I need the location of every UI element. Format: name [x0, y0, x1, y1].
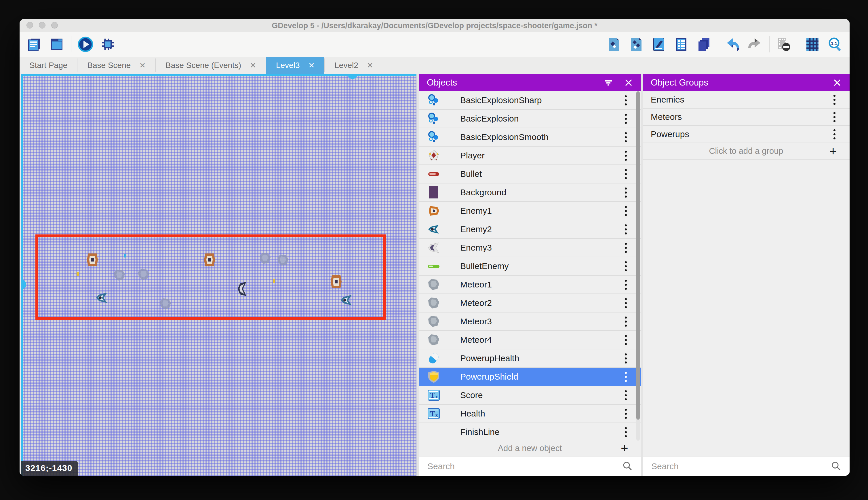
object-groups-button[interactable]: [628, 36, 645, 53]
object-row-poweruphealth[interactable]: PowerupHealth: [419, 349, 641, 368]
object-row-meteor1[interactable]: Meteor1: [419, 276, 641, 294]
enemy2-icon: [427, 222, 441, 236]
kebab-menu-icon[interactable]: [619, 149, 632, 162]
bullet-green-icon: [427, 259, 441, 273]
enemy1-icon: [427, 204, 441, 218]
kebab-menu-icon[interactable]: [619, 94, 632, 107]
kebab-menu-icon[interactable]: [619, 186, 632, 199]
object-row-basicexplosion[interactable]: BasicExplosion: [419, 110, 641, 128]
redo-icon: [747, 36, 763, 53]
start-page-button[interactable]: [48, 36, 65, 53]
tab-label: Level2: [335, 61, 358, 70]
kebab-menu-icon[interactable]: [619, 388, 632, 402]
project-manager-icon: [26, 36, 42, 53]
add-object-row[interactable]: Add a new object +: [419, 441, 641, 456]
object-row-powerupshield[interactable]: PowerupShield: [419, 368, 641, 386]
kebab-menu-icon[interactable]: [828, 128, 841, 141]
object-row-player[interactable]: Player: [419, 147, 641, 165]
kebab-menu-icon[interactable]: [619, 204, 632, 217]
object-row-meteor3[interactable]: Meteor3: [419, 312, 641, 331]
project-manager-button[interactable]: [26, 36, 43, 53]
objects-list-scrollbar-thumb[interactable]: [636, 91, 640, 420]
kebab-menu-icon[interactable]: [828, 110, 841, 124]
toggle-grid-button[interactable]: [804, 36, 821, 53]
kebab-menu-icon[interactable]: [619, 425, 632, 439]
object-name: Meteor1: [460, 280, 619, 289]
object-row-enemy1[interactable]: Enemy1: [419, 202, 641, 220]
object-groups-icon: [628, 36, 644, 53]
tab-close-icon[interactable]: ✕: [367, 61, 373, 70]
object-row-bullet[interactable]: Bullet: [419, 165, 641, 183]
properties-button[interactable]: [650, 36, 667, 53]
object-row-finishline[interactable]: FinishLine: [419, 423, 641, 441]
tab-base-scene[interactable]: Base Scene✕: [78, 57, 155, 74]
tab-close-icon[interactable]: ✕: [139, 61, 145, 70]
kebab-menu-icon[interactable]: [619, 130, 632, 144]
toolbar-separator: [71, 36, 71, 53]
close-icon[interactable]: [624, 78, 633, 87]
group-row-powerups[interactable]: Powerups: [643, 126, 849, 143]
tab-close-icon[interactable]: ✕: [308, 61, 315, 70]
layers-button[interactable]: [695, 36, 712, 53]
kebab-menu-icon[interactable]: [619, 260, 632, 273]
object-row-bulletenemy[interactable]: BulletEnemy: [419, 257, 641, 276]
object-name: FinishLine: [460, 427, 619, 437]
group-name: Powerups: [651, 129, 828, 139]
object-row-enemy3[interactable]: Enemy3: [419, 239, 641, 257]
tab-base-scene-events-[interactable]: Base Scene (Events)✕: [156, 57, 266, 74]
scene-editor-canvas[interactable]: 3216;-1430: [21, 74, 417, 476]
kebab-menu-icon[interactable]: [619, 241, 632, 254]
close-icon[interactable]: [833, 78, 842, 87]
object-row-background[interactable]: Background: [419, 183, 641, 202]
main-toolbar: 1:1: [20, 32, 849, 57]
kebab-menu-icon[interactable]: [619, 296, 632, 310]
tab-level3[interactable]: Level3✕: [266, 57, 324, 74]
kebab-menu-icon[interactable]: [619, 112, 632, 125]
layers-icon: [696, 36, 712, 53]
kebab-menu-icon[interactable]: [619, 407, 632, 420]
object-row-enemy2[interactable]: Enemy2: [419, 220, 641, 239]
object-row-meteor2[interactable]: Meteor2: [419, 294, 641, 312]
tab-start-page[interactable]: Start Page: [20, 57, 77, 74]
vertical-scrollbar[interactable]: [21, 74, 23, 476]
kebab-menu-icon[interactable]: [619, 315, 632, 328]
zoom-original-icon: 1:1: [826, 36, 843, 53]
kebab-menu-icon[interactable]: [619, 352, 632, 365]
kebab-menu-icon[interactable]: [619, 278, 632, 291]
horizontal-scrollbar-thumb[interactable]: [348, 74, 357, 79]
objects-list-button[interactable]: [606, 36, 622, 53]
plus-icon: +: [621, 442, 641, 454]
play-button[interactable]: [77, 36, 94, 53]
objects-list-scrollbar[interactable]: [636, 91, 640, 441]
toggle-grid-icon: [804, 36, 821, 53]
kebab-menu-icon[interactable]: [828, 93, 841, 106]
panel-divider[interactable]: [417, 74, 419, 476]
kebab-menu-icon[interactable]: [619, 333, 632, 346]
add-group-label: Click to add a group: [643, 146, 830, 156]
start-page-icon: [49, 36, 65, 53]
object-row-score[interactable]: TxScore: [419, 386, 641, 405]
object-row-basicexplosionsmooth[interactable]: BasicExplosionSmooth: [419, 128, 641, 147]
vertical-scrollbar-thumb[interactable]: [21, 280, 26, 289]
add-object-label: Add a new object: [419, 444, 621, 453]
filter-icon[interactable]: [603, 78, 613, 88]
objects-search-input[interactable]: [427, 461, 622, 471]
object-row-basicexplosionsharp[interactable]: BasicExplosionSharp: [419, 91, 641, 110]
kebab-menu-icon[interactable]: [619, 370, 632, 383]
kebab-menu-icon[interactable]: [619, 223, 632, 236]
group-row-enemies[interactable]: Enemies: [643, 91, 849, 109]
groups-search-input[interactable]: [651, 461, 831, 471]
group-row-meteors[interactable]: Meteors: [643, 109, 849, 126]
tab-close-icon[interactable]: ✕: [250, 61, 256, 70]
add-group-row[interactable]: Click to add a group+: [643, 143, 849, 160]
tab-level2[interactable]: Level2✕: [325, 57, 383, 74]
zoom-original-button[interactable]: 1:1: [826, 36, 843, 53]
object-row-meteor4[interactable]: Meteor4: [419, 331, 641, 349]
object-name: Enemy2: [460, 224, 619, 234]
tab-label: Base Scene (Events): [165, 61, 241, 70]
kebab-menu-icon[interactable]: [619, 167, 632, 181]
undo-button[interactable]: [724, 36, 741, 53]
instances-list-button[interactable]: [673, 36, 690, 53]
object-row-health[interactable]: TxHealth: [419, 405, 641, 423]
debug-button[interactable]: [99, 36, 116, 53]
